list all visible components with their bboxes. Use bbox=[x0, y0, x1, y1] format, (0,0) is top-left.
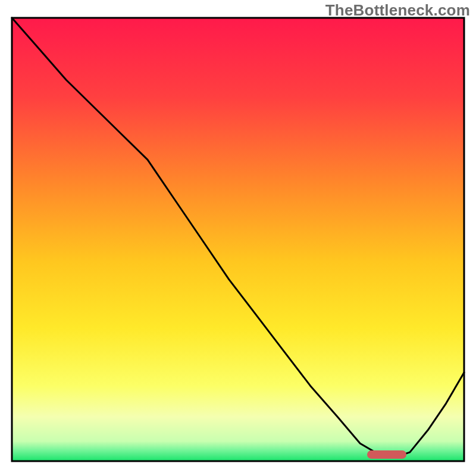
chart-stage: TheBottleneck.com bbox=[0, 0, 476, 476]
chart-svg bbox=[0, 0, 476, 476]
target-marker bbox=[367, 450, 406, 459]
plot-background bbox=[12, 18, 464, 461]
